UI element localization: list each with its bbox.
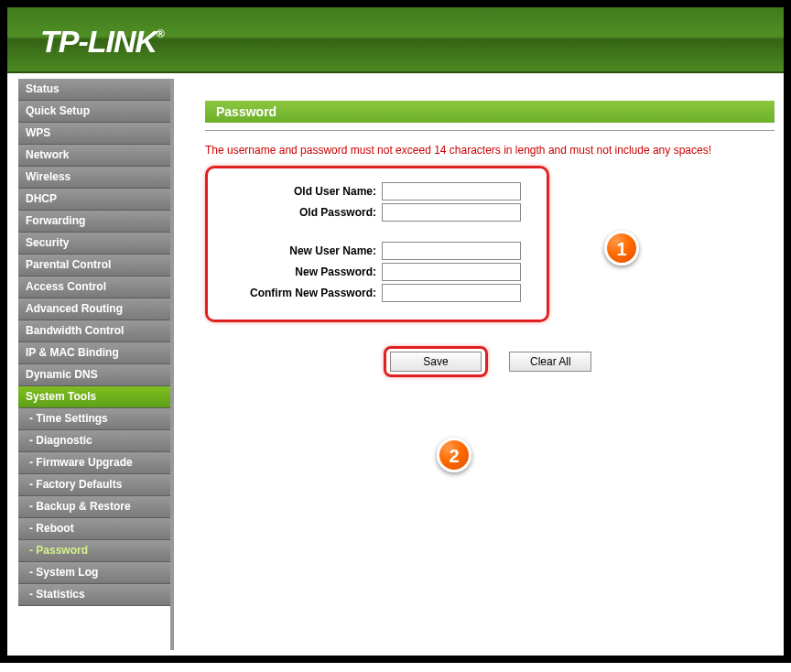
content-area: Password The username and password must … bbox=[174, 73, 784, 656]
nav-ip-mac-binding[interactable]: IP & MAC Binding bbox=[18, 342, 170, 364]
nav-firmware-upgrade[interactable]: - Firmware Upgrade bbox=[18, 452, 170, 474]
header: TP-LINK® bbox=[7, 7, 784, 73]
nav-access-control[interactable]: Access Control bbox=[18, 276, 170, 298]
nav-forwarding[interactable]: Forwarding bbox=[18, 211, 170, 233]
annotation-callout-2: 2 bbox=[437, 438, 471, 472]
save-button[interactable]: Save bbox=[390, 352, 482, 372]
nav-statistics[interactable]: - Statistics bbox=[18, 584, 170, 606]
old-username-field[interactable] bbox=[382, 182, 521, 201]
nav-wps[interactable]: WPS bbox=[18, 123, 170, 145]
nav-backup-restore[interactable]: - Backup & Restore bbox=[18, 496, 170, 518]
nav-status[interactable]: Status bbox=[18, 79, 170, 101]
page-title: Password bbox=[205, 101, 775, 123]
annotation-callout-1: 1 bbox=[604, 231, 639, 266]
nav-parental-control[interactable]: Parental Control bbox=[18, 255, 170, 276]
credentials-form-highlight: Old User Name: Old Password: New User Na… bbox=[205, 166, 549, 322]
nav-dhcp[interactable]: DHCP bbox=[18, 189, 170, 211]
nav-wireless[interactable]: Wireless bbox=[18, 167, 170, 189]
new-username-field[interactable] bbox=[382, 242, 521, 260]
confirm-password-field[interactable] bbox=[382, 284, 521, 302]
nav-system-log[interactable]: - System Log bbox=[18, 562, 170, 584]
nav-system-tools[interactable]: System Tools bbox=[18, 386, 170, 408]
label-new-username: New User Name: bbox=[224, 244, 382, 257]
brand-logo: TP-LINK® bbox=[40, 24, 164, 60]
nav-quick-setup[interactable]: Quick Setup bbox=[18, 101, 170, 123]
nav-password[interactable]: - Password bbox=[18, 540, 170, 562]
nav-advanced-routing[interactable]: Advanced Routing bbox=[18, 298, 170, 320]
divider bbox=[205, 130, 775, 131]
clear-all-button[interactable]: Clear All bbox=[509, 352, 591, 372]
nav-time-settings[interactable]: - Time Settings bbox=[18, 408, 170, 430]
label-confirm-password: Confirm New Password: bbox=[224, 287, 382, 299]
nav-bandwidth-control[interactable]: Bandwidth Control bbox=[18, 320, 170, 342]
nav-diagnostic[interactable]: - Diagnostic bbox=[18, 430, 170, 452]
nav-network[interactable]: Network bbox=[18, 145, 170, 167]
nav-dynamic-dns[interactable]: Dynamic DNS bbox=[18, 364, 170, 386]
old-password-field[interactable] bbox=[382, 203, 521, 222]
nav-factory-defaults[interactable]: - Factory Defaults bbox=[18, 474, 170, 496]
label-old-password: Old Password: bbox=[224, 206, 382, 219]
label-old-username: Old User Name: bbox=[224, 185, 382, 198]
save-button-highlight: Save bbox=[384, 346, 488, 377]
warning-text: The username and password must not excee… bbox=[205, 144, 775, 157]
nav-security[interactable]: Security bbox=[18, 233, 170, 255]
button-row: Save Clear All bbox=[205, 346, 775, 377]
new-password-field[interactable] bbox=[382, 263, 521, 281]
sidebar: Status Quick Setup WPS Network Wireless … bbox=[7, 73, 170, 656]
label-new-password: New Password: bbox=[224, 266, 382, 278]
nav-reboot[interactable]: - Reboot bbox=[18, 518, 170, 540]
